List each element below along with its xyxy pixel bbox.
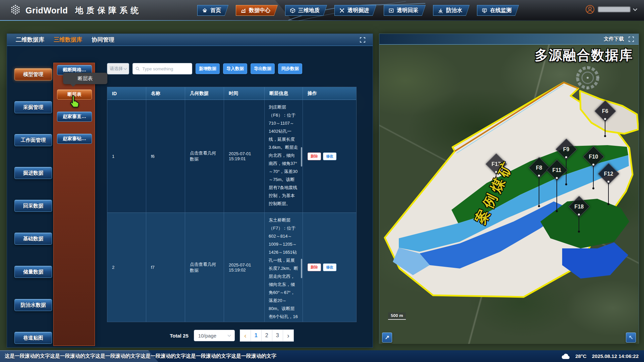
sidebar-label: 储量数据 xyxy=(23,269,43,275)
map-panel: 文件下载 xyxy=(379,34,639,344)
model-subpanel: 截断网格… 断层表 赵家寨直… 赵家寨钻… 断层表 xyxy=(53,63,95,346)
fault-table: ID 名称 几何数据 时间 断层信息 操作 1 f6 点击查看几何数据 2025… xyxy=(107,87,357,322)
nav-item-transparent-excavation[interactable]: 透明掘进 xyxy=(334,5,376,16)
map-scale: 500 m xyxy=(388,312,406,320)
sidebar-item-water-control-data[interactable]: 防治水数据 xyxy=(14,299,52,311)
main-nav: 首页 数据中心 三维地质 透明掘进 透明回采 防治水 xyxy=(197,5,519,16)
status-bar: 这是一段滚动的文字这是一段滚动的文字这是一段滚动的文字这是一段滚动的文字这是一段… xyxy=(0,350,644,362)
col-header-name: 名称 xyxy=(146,87,185,100)
tab-collaboration[interactable]: 协同管理 xyxy=(92,36,114,44)
cell-geometry: 点击查看几何数据 xyxy=(185,213,224,322)
table-row: 2 f7 点击查看几何数据 2025-07-01 15:19:02 东土桥断层（… xyxy=(107,213,356,322)
tab-3d-database[interactable]: 三维数据库 xyxy=(54,36,82,44)
sidebar-item-basic-data[interactable]: 基础数据 xyxy=(14,233,52,245)
page-button-1[interactable]: 1 xyxy=(251,329,262,342)
user-area[interactable] xyxy=(585,5,637,14)
marker-stem xyxy=(605,119,605,136)
subpanel-label: 截断网格… xyxy=(63,67,86,73)
sidebar-item-model-management[interactable]: 模型管理 xyxy=(14,68,52,80)
sidebar-item-mining-management[interactable]: 采掘管理 xyxy=(14,101,52,113)
page-button-3[interactable]: 3 xyxy=(272,329,283,342)
export-data-button[interactable]: 导出数据 xyxy=(251,63,275,74)
cell-time: 2025-07-01 15:19:01 xyxy=(224,100,265,213)
cloud-icon xyxy=(561,353,570,359)
cursor-hand-icon xyxy=(67,94,82,109)
pager: ‹ 1 2 3 › xyxy=(240,329,294,342)
sidebar-item-excavation-data[interactable]: 掘进数据 xyxy=(14,167,52,179)
marker-stem xyxy=(593,165,594,189)
cell-scrollbar[interactable] xyxy=(301,147,302,167)
cell-fault-info: 刘庄断层（F6）：位于710～1107～1402钻孔一线，延展长度3.6km。断… xyxy=(265,100,303,213)
screen: GridWorld 地质保障系统 首页 数据中心 三维地质 透明掘进 xyxy=(0,0,644,362)
filter-select[interactable]: 请选择 xyxy=(107,63,129,74)
map-expand-icon[interactable] xyxy=(629,37,634,42)
nav-label: 防治水 xyxy=(446,7,462,14)
sidebar-item-roadway-map[interactable]: 巷道贴图 xyxy=(14,332,52,344)
map-pan-button-nw[interactable]: ↖ xyxy=(626,333,636,343)
page-button-2[interactable]: 2 xyxy=(261,329,272,342)
sidebar-item-workface-management[interactable]: 工作面管理 xyxy=(14,134,52,146)
add-data-button[interactable]: 新增数据 xyxy=(196,63,220,74)
filter-select-value: 请选择 xyxy=(110,66,123,72)
data-panel-body: 模型管理 采掘管理 工作面管理 掘进数据 回采数据 基础数据 储量数据 防治水数… xyxy=(7,46,373,348)
cell-scrollbar[interactable] xyxy=(301,259,302,278)
fault-marker-f18[interactable]: F18 xyxy=(568,196,590,232)
sidebar-label: 巷道贴图 xyxy=(23,335,43,341)
delete-button[interactable]: 删除 xyxy=(308,263,321,271)
subpanel-item-zhaojiazhai-zuan[interactable]: 赵家寨钻… xyxy=(57,134,92,144)
cell-time: 2025-07-01 15:19:02 xyxy=(224,213,265,322)
tooltip-text: 断层表 xyxy=(78,75,93,82)
next-page-button[interactable]: › xyxy=(283,329,294,342)
subpanel-item-zhaojiazhai-zhi[interactable]: 赵家寨直… xyxy=(57,112,92,122)
panel-expand-icon[interactable] xyxy=(360,37,365,43)
temperature: 28°C xyxy=(575,353,587,359)
nav-item-transparent-mining[interactable]: 透明回采 xyxy=(384,5,426,16)
sync-data-button[interactable]: 同步数据 xyxy=(278,63,302,74)
import-data-button[interactable]: 导入数据 xyxy=(223,63,247,74)
nav-item-home[interactable]: 首页 xyxy=(197,5,228,16)
compass-control[interactable] xyxy=(575,65,601,91)
water-control-icon xyxy=(438,8,443,13)
edit-button[interactable]: 修改 xyxy=(323,153,336,160)
nav-item-data-center[interactable]: 数据中心 xyxy=(236,5,278,16)
cell-actions: 删除 修改 xyxy=(303,100,357,213)
data-center-icon xyxy=(240,8,246,13)
sidebar-label: 工作面管理 xyxy=(21,137,46,143)
monitor-icon xyxy=(482,8,487,13)
data-panel: 二维数据库 三维数据库 协同管理 模型管理 采掘管理 工作面管理 掘进数据 回采… xyxy=(7,34,373,348)
nav-item-online-monitoring[interactable]: 在线监测 xyxy=(477,5,519,16)
pagination-total: Total 25 xyxy=(170,333,189,339)
tab-2d-database[interactable]: 二维数据库 xyxy=(16,36,44,44)
view-geometry-link[interactable]: 点击查看几何数据 xyxy=(190,150,219,162)
data-panel-tabbar: 二维数据库 三维数据库 协同管理 xyxy=(7,34,373,46)
app-title: 地质保障系统 xyxy=(75,5,142,16)
sidebar-item-reserve-data[interactable]: 储量数据 xyxy=(14,266,52,278)
map-overlay-title: 多源融合数据库 xyxy=(535,46,633,64)
edit-button[interactable]: 修改 xyxy=(323,263,336,271)
table-toolbar: 请选择 新增数据 导入数据 导出数据 同步数据 xyxy=(107,63,357,75)
delete-button[interactable]: 删除 xyxy=(308,153,321,160)
prev-page-button[interactable]: ‹ xyxy=(240,329,251,342)
marker-stem xyxy=(608,182,609,204)
col-header-time: 时间 xyxy=(224,87,265,100)
sidebar-item-mining-data[interactable]: 回采数据 xyxy=(14,200,52,212)
cell-name: f7 xyxy=(146,213,185,322)
fault-marker-f6[interactable]: F6 xyxy=(594,101,616,136)
weather-datetime: 28°C 2025.08.12 14:06:22 xyxy=(561,350,639,362)
view-geometry-link[interactable]: 点击查看几何数据 xyxy=(190,261,219,274)
fault-marker-f12[interactable]: F12 xyxy=(598,164,619,204)
username-blurred xyxy=(598,7,630,12)
fault-marker-f11[interactable]: F11 xyxy=(546,160,568,212)
search-input[interactable] xyxy=(142,66,189,72)
map-3d-view[interactable]: F6 F9 F10 F8 F11 xyxy=(379,45,639,344)
nav-item-water-control[interactable]: 防治水 xyxy=(433,5,470,16)
cell-actions: 删除 修改 xyxy=(303,213,357,322)
page-size-select[interactable]: 10/page xyxy=(194,330,235,341)
user-avatar-icon[interactable] xyxy=(585,5,595,14)
chevron-down-icon[interactable] xyxy=(633,7,637,11)
map-pan-button-ne[interactable]: ↗ xyxy=(382,333,392,343)
mining-icon xyxy=(388,8,394,13)
file-download-button[interactable]: 文件下载 xyxy=(604,36,624,42)
nav-item-3d-geology[interactable]: 三维地质 xyxy=(285,5,327,16)
workspace-map-background: 二维数据库 三维数据库 协同管理 模型管理 采掘管理 工作面管理 掘进数据 回采… xyxy=(0,21,644,350)
